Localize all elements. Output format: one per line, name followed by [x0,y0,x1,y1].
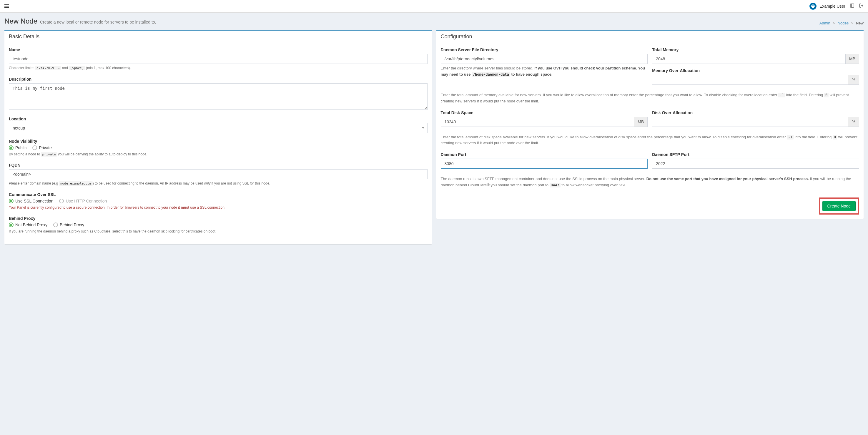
mem-help: Enter the total amount of memory availab… [441,92,860,104]
radio-icon [59,199,64,204]
port-help: The daemon runs its own SFTP management … [441,176,860,188]
page-title: New Node [4,17,37,25]
ssl-label: Communicate Over SSL [9,192,428,197]
name-help: Character limits: a-zA-Z0-9_.- and [Spac… [9,65,428,71]
top-bar: Example User [0,0,868,13]
hamburger-icon[interactable] [4,4,9,8]
proxy-help: If you are running the daemon behind a p… [9,229,428,234]
dport-input[interactable] [441,159,648,169]
top-bar-right: Example User [809,3,864,10]
ssl-help: Your Panel is currently configured to us… [9,205,428,210]
visibility-public-radio[interactable]: Public [9,145,27,150]
visibility-label: Node Visibility [9,139,428,144]
create-node-button[interactable]: Create Node [823,201,856,211]
dir-help: Enter the directory where server files s… [441,65,648,78]
ssl-use-ssl-radio[interactable]: Use SSL Connection [9,199,53,204]
disk-over-label: Disk Over-Allocation [652,111,859,115]
ssl-use-http-radio[interactable]: Use HTTP Connection [59,199,107,204]
disk-help: Enter the total amount of disk space ava… [441,134,860,147]
mem-over-unit: % [848,75,859,85]
total-mem-label: Total Memory [652,48,859,52]
disk-input[interactable] [441,117,634,127]
fqdn-label: FQDN [9,163,428,167]
mem-over-label: Memory Over-Allocation [652,68,859,73]
radio-icon [9,199,13,204]
sftp-input[interactable] [652,159,859,169]
name-input[interactable] [9,54,428,64]
user-name: Example User [819,4,845,8]
location-label: Location [9,117,428,121]
dir-label: Daemon Server File Directory [441,48,648,52]
description-textarea[interactable] [9,83,428,110]
name-label: Name [9,48,428,52]
description-label: Description [9,77,428,82]
mem-over-input[interactable] [652,75,848,85]
breadcrumb-nodes[interactable]: Nodes [838,21,849,25]
fqdn-help: Please enter domain name (e.g node.examp… [9,181,428,186]
radio-icon [53,222,58,227]
fqdn-input[interactable] [9,169,428,179]
content-header: New Node Create a new local or remote no… [0,13,868,30]
configuration-panel: Configuration Daemon Server File Directo… [436,30,864,219]
svg-rect-0 [850,4,854,7]
disk-label: Total Disk Space [441,111,648,115]
breadcrumb-admin[interactable]: Admin [819,21,830,25]
dir-input[interactable] [441,54,648,64]
logout-icon[interactable] [859,3,864,9]
basic-details-panel: Basic Details Name Character limits: a-z… [4,30,432,244]
total-mem-input[interactable] [652,54,845,64]
submit-highlight: Create Node [819,197,859,215]
radio-icon [32,145,37,150]
visibility-private-radio[interactable]: Private [32,145,52,150]
location-select[interactable]: netcup [9,123,428,133]
disk-over-input[interactable] [652,117,848,127]
proxy-yes-radio[interactable]: Behind Proxy [53,222,84,227]
user-info[interactable]: Example User [809,3,845,10]
page-subtitle: Create a new local or remote node for se… [40,20,156,24]
proxy-not-radio[interactable]: Not Behind Proxy [9,222,48,227]
basic-details-title: Basic Details [4,31,432,43]
total-mem-unit: MB [845,54,859,64]
breadcrumb: Admin > Nodes > New [819,21,864,25]
proxy-label: Behind Proxy [9,216,428,221]
disk-over-unit: % [848,117,859,127]
content: Basic Details Name Character limits: a-z… [0,30,868,249]
sftp-label: Daemon SFTP Port [652,152,859,157]
avatar [809,3,816,10]
dport-label: Daemon Port [441,152,648,157]
layers-icon[interactable] [850,3,855,9]
breadcrumb-new: New [856,21,864,25]
visibility-help: By setting a node to private you will be… [9,152,428,157]
radio-icon [9,222,13,227]
radio-icon [9,145,13,150]
disk-unit: MB [634,117,648,127]
configuration-title: Configuration [436,31,864,43]
